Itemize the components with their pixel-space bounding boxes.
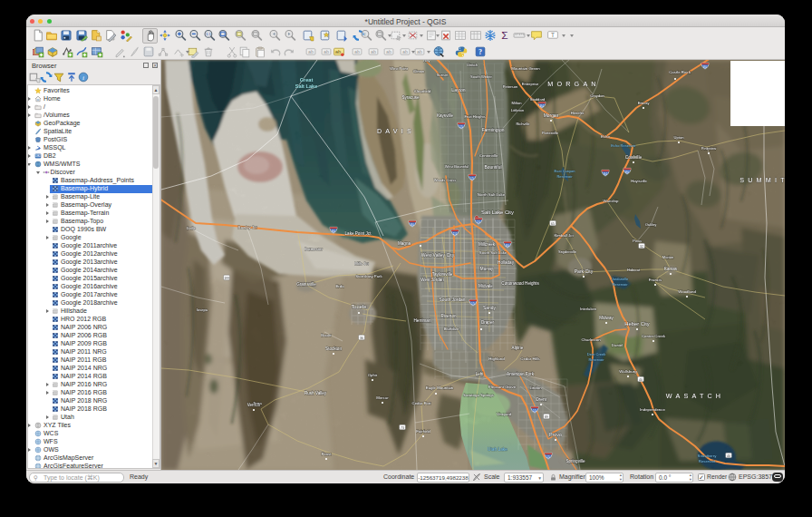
svg-text:15: 15 <box>459 125 463 129</box>
svg-text:Henefer: Henefer <box>571 111 585 115</box>
svg-text:Echo: Echo <box>601 134 611 139</box>
svg-text:ab: ab <box>324 49 329 54</box>
svg-text:Pleasant Grove: Pleasant Grove <box>488 385 517 389</box>
svg-text:Pineview: Pineview <box>701 146 716 151</box>
svg-text:ab: ab <box>386 49 392 54</box>
svg-text:Murray: Murray <box>480 267 494 271</box>
svg-text:Tooele: Tooele <box>351 304 366 309</box>
svg-text:Faust: Faust <box>322 452 333 456</box>
svg-text:Emory: Emory <box>638 101 650 105</box>
svg-text:Hideout: Hideout <box>627 268 641 272</box>
svg-text:Midway: Midway <box>599 316 614 320</box>
svg-text:Interlaken: Interlaken <box>580 307 597 311</box>
svg-text:ab: ab <box>308 49 314 54</box>
svg-text:Ophir: Ophir <box>368 373 378 377</box>
svg-text:80: 80 <box>625 171 629 174</box>
svg-text:Upton: Upton <box>674 135 685 140</box>
svg-text:i: i <box>82 73 84 81</box>
svg-text:Bluffdale: Bluffdale <box>444 327 459 331</box>
svg-text:Fruit Heights: Fruit Heights <box>464 114 485 119</box>
svg-text:South Salt Lake: South Salt Lake <box>479 250 508 255</box>
svg-text:80: 80 <box>506 244 509 248</box>
svg-text:Millcreek: Millcreek <box>478 242 496 247</box>
svg-text:1:1: 1:1 <box>206 32 212 36</box>
svg-text:80: 80 <box>332 229 335 233</box>
svg-text:Peoa: Peoa <box>633 239 642 243</box>
svg-text:Charleston: Charleston <box>581 337 601 342</box>
svg-text:32: 32 <box>640 245 643 249</box>
svg-text:Magna: Magna <box>398 241 411 246</box>
svg-text:65: 65 <box>551 222 555 226</box>
svg-text:Syracuse: Syracuse <box>401 95 420 100</box>
svg-text:DB2: DB2 <box>35 154 41 158</box>
svg-text:Independence: Independence <box>640 407 665 412</box>
svg-text:15: 15 <box>546 455 550 459</box>
svg-text:Snyderville: Snyderville <box>558 249 577 254</box>
svg-text:Stansbury Park: Stansbury Park <box>355 274 382 278</box>
svg-text:South Weber: South Weber <box>470 74 492 79</box>
svg-text:199: 199 <box>224 277 229 280</box>
svg-text:Woods Cross: Woods Cross <box>434 178 457 182</box>
svg-text:Enterprise: Enterprise <box>522 82 539 86</box>
svg-text:MORGAN: MORGAN <box>547 80 600 88</box>
svg-text:84: 84 <box>604 172 607 176</box>
svg-text:Deer Creek: Deer Creek <box>587 352 605 356</box>
svg-text:West Valley City: West Valley City <box>421 252 455 258</box>
svg-text:Mercur: Mercur <box>376 395 389 400</box>
svg-text:Oakley: Oakley <box>645 222 658 227</box>
svg-text:American Fork: American Fork <box>507 372 535 376</box>
svg-text:Mills Jct: Mills Jct <box>354 261 369 266</box>
svg-text:84: 84 <box>540 104 544 108</box>
svg-text:Lake Point Jct: Lake Point Jct <box>345 231 372 236</box>
svg-text:Echo Reservoir: Echo Reservoir <box>611 143 636 148</box>
svg-text:Provo: Provo <box>549 432 562 437</box>
svg-text:40: 40 <box>727 454 730 458</box>
svg-text:Hoytsville: Hoytsville <box>631 179 647 183</box>
svg-text:80: 80 <box>703 65 707 69</box>
svg-text:Woodland: Woodland <box>678 289 696 294</box>
svg-text:Reservoir: Reservoir <box>699 459 716 463</box>
svg-text:West Point: West Point <box>390 66 409 71</box>
svg-text:Utah Lake: Utah Lake <box>488 447 508 452</box>
svg-text:Salt Lake: Salt Lake <box>295 83 318 89</box>
svg-text:Mountain Green: Mountain Green <box>511 66 540 71</box>
svg-text:15: 15 <box>477 220 480 224</box>
svg-text:Orem: Orem <box>536 396 547 402</box>
svg-text:Heber City: Heber City <box>624 321 649 327</box>
svg-text:Center Creek: Center Creek <box>642 334 666 338</box>
svg-text:Clearfield: Clearfield <box>414 89 431 93</box>
svg-text:Rush Valley: Rush Valley <box>304 391 327 395</box>
svg-text:Park City: Park City <box>575 268 594 274</box>
svg-text:Lehi: Lehi <box>476 372 484 376</box>
svg-text:Stoddard: Stoddard <box>530 97 546 102</box>
svg-text:15: 15 <box>533 409 536 413</box>
svg-text:80: 80 <box>411 223 414 227</box>
svg-text:Strawberry: Strawberry <box>698 454 718 458</box>
svg-text:Littleton: Littleton <box>511 108 525 112</box>
svg-text:Rowley Jct: Rowley Jct <box>238 225 258 229</box>
svg-text:East Canyon: East Canyon <box>555 169 575 173</box>
svg-text:Herriman: Herriman <box>414 318 431 323</box>
svg-text:Centerville: Centerville <box>479 153 498 158</box>
svg-text:Wanship: Wanship <box>604 199 619 203</box>
svg-text:West Bountiful: West Bountiful <box>445 164 469 169</box>
svg-text:Reservoir: Reservoir <box>612 282 628 287</box>
svg-text:Vineyard: Vineyard <box>497 412 512 416</box>
svg-text:Kaysville: Kaysville <box>437 113 454 118</box>
svg-text:Σ: Σ <box>501 29 508 42</box>
svg-text:Great: Great <box>300 77 314 83</box>
svg-text:Bauer: Bauer <box>321 333 332 337</box>
svg-text:ab: ab <box>335 49 342 54</box>
svg-text:215: 215 <box>453 232 458 236</box>
svg-text:Cottonwood Heights: Cottonwood Heights <box>501 281 539 286</box>
svg-text:Stockton: Stockton <box>325 346 342 351</box>
svg-text:Uintah: Uintah <box>467 63 478 67</box>
svg-text:Reservoir: Reservoir <box>588 357 604 362</box>
svg-text:Alpine: Alpine <box>512 346 524 350</box>
svg-text:Porterville: Porterville <box>542 131 559 135</box>
svg-text:Saratoga Springs: Saratoga Springs <box>463 393 495 397</box>
svg-text:Eagle Mountain: Eagle Mountain <box>426 385 454 390</box>
svg-text:Coalville: Coalville <box>625 155 643 160</box>
svg-text:Terra: Terra <box>253 401 262 405</box>
svg-text:SUMMIT: SUMMIT <box>740 176 785 184</box>
